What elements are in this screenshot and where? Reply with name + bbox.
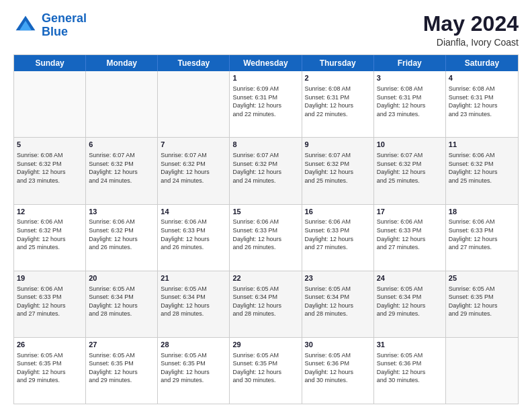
day-cell-28: 28Sunrise: 6:05 AM Sunset: 6:35 PM Dayli… — [158, 338, 230, 404]
calendar-row-0: 1Sunrise: 6:09 AM Sunset: 6:31 PM Daylig… — [14, 71, 518, 137]
day-cell-26: 26Sunrise: 6:05 AM Sunset: 6:35 PM Dayli… — [14, 338, 86, 404]
cell-info: Sunrise: 6:05 AM Sunset: 6:34 PM Dayligh… — [377, 285, 443, 318]
day-number: 5 — [17, 140, 83, 150]
cell-info: Sunrise: 6:05 AM Sunset: 6:36 PM Dayligh… — [377, 351, 443, 385]
day-number: 20 — [89, 273, 154, 283]
day-cell-29: 29Sunrise: 6:05 AM Sunset: 6:35 PM Dayli… — [230, 338, 302, 404]
cell-info: Sunrise: 6:07 AM Sunset: 6:32 PM Dayligh… — [161, 151, 226, 185]
empty-cell-4-6 — [446, 338, 518, 404]
day-number: 12 — [17, 207, 83, 217]
day-number: 1 — [232, 73, 298, 83]
day-cell-23: 23Sunrise: 6:05 AM Sunset: 6:34 PM Dayli… — [302, 271, 374, 337]
cell-info: Sunrise: 6:07 AM Sunset: 6:32 PM Dayligh… — [232, 151, 298, 185]
cell-info: Sunrise: 6:06 AM Sunset: 6:33 PM Dayligh… — [17, 285, 83, 318]
day-cell-6: 6Sunrise: 6:07 AM Sunset: 6:32 PM Daylig… — [86, 138, 158, 203]
day-cell-10: 10Sunrise: 6:07 AM Sunset: 6:32 PM Dayli… — [374, 138, 446, 203]
day-cell-27: 27Sunrise: 6:05 AM Sunset: 6:35 PM Dayli… — [86, 338, 158, 404]
day-cell-15: 15Sunrise: 6:06 AM Sunset: 6:33 PM Dayli… — [230, 205, 302, 271]
day-number: 27 — [89, 340, 154, 350]
day-number: 22 — [232, 273, 298, 283]
cell-info: Sunrise: 6:05 AM Sunset: 6:35 PM Dayligh… — [161, 351, 226, 385]
cell-info: Sunrise: 6:06 AM Sunset: 6:33 PM Dayligh… — [232, 218, 298, 251]
cell-info: Sunrise: 6:07 AM Sunset: 6:32 PM Dayligh… — [305, 151, 371, 185]
cell-info: Sunrise: 6:08 AM Sunset: 6:31 PM Dayligh… — [377, 85, 443, 118]
day-cell-19: 19Sunrise: 6:06 AM Sunset: 6:33 PM Dayli… — [14, 271, 86, 337]
cell-info: Sunrise: 6:06 AM Sunset: 6:33 PM Dayligh… — [377, 218, 443, 251]
weekday-header-thursday: Thursday — [302, 55, 374, 71]
day-number: 19 — [17, 273, 83, 283]
cell-info: Sunrise: 6:05 AM Sunset: 6:35 PM Dayligh… — [232, 351, 298, 385]
calendar: SundayMondayTuesdayWednesdayThursdayFrid… — [13, 54, 519, 404]
header: General Blue May 2024 Dianfla, Ivory Coa… — [13, 12, 519, 48]
page: General Blue May 2024 Dianfla, Ivory Coa… — [0, 0, 532, 411]
day-number: 23 — [305, 273, 371, 283]
day-cell-22: 22Sunrise: 6:05 AM Sunset: 6:34 PM Dayli… — [230, 271, 302, 337]
empty-cell-0-2 — [158, 71, 230, 137]
cell-info: Sunrise: 6:08 AM Sunset: 6:31 PM Dayligh… — [305, 85, 371, 118]
day-number: 18 — [449, 207, 515, 217]
day-cell-11: 11Sunrise: 6:06 AM Sunset: 6:32 PM Dayli… — [446, 138, 518, 203]
day-cell-21: 21Sunrise: 6:05 AM Sunset: 6:34 PM Dayli… — [158, 271, 230, 337]
logo-line2: Blue — [42, 25, 68, 38]
day-number: 16 — [305, 207, 371, 217]
logo-line1: General — [42, 11, 87, 25]
cell-info: Sunrise: 6:06 AM Sunset: 6:32 PM Dayligh… — [89, 218, 154, 251]
day-number: 30 — [305, 340, 371, 350]
day-cell-30: 30Sunrise: 6:05 AM Sunset: 6:36 PM Dayli… — [302, 338, 374, 404]
cell-info: Sunrise: 6:05 AM Sunset: 6:34 PM Dayligh… — [89, 285, 154, 318]
weekday-header-friday: Friday — [374, 55, 446, 71]
day-cell-3: 3Sunrise: 6:08 AM Sunset: 6:31 PM Daylig… — [374, 71, 446, 137]
cell-info: Sunrise: 6:06 AM Sunset: 6:32 PM Dayligh… — [17, 218, 83, 251]
cell-info: Sunrise: 6:05 AM Sunset: 6:35 PM Dayligh… — [17, 351, 83, 385]
weekday-header-monday: Monday — [86, 55, 158, 71]
cell-info: Sunrise: 6:06 AM Sunset: 6:33 PM Dayligh… — [161, 218, 226, 251]
day-cell-31: 31Sunrise: 6:05 AM Sunset: 6:36 PM Dayli… — [374, 338, 446, 404]
day-number: 28 — [161, 340, 226, 350]
day-cell-18: 18Sunrise: 6:06 AM Sunset: 6:33 PM Dayli… — [446, 205, 518, 271]
day-cell-4: 4Sunrise: 6:08 AM Sunset: 6:31 PM Daylig… — [446, 71, 518, 137]
day-number: 6 — [89, 140, 154, 150]
logo-icon — [13, 13, 38, 38]
day-number: 14 — [161, 207, 226, 217]
day-cell-7: 7Sunrise: 6:07 AM Sunset: 6:32 PM Daylig… — [158, 138, 230, 203]
logo: General Blue — [13, 12, 87, 39]
day-cell-24: 24Sunrise: 6:05 AM Sunset: 6:34 PM Dayli… — [374, 271, 446, 337]
day-number: 10 — [377, 140, 443, 150]
weekday-header-saturday: Saturday — [446, 55, 518, 71]
calendar-body: 1Sunrise: 6:09 AM Sunset: 6:31 PM Daylig… — [14, 71, 518, 404]
cell-info: Sunrise: 6:07 AM Sunset: 6:32 PM Dayligh… — [377, 151, 443, 185]
cell-info: Sunrise: 6:07 AM Sunset: 6:32 PM Dayligh… — [89, 151, 154, 185]
month-title: May 2024 — [423, 12, 519, 36]
empty-cell-0-1 — [86, 71, 158, 137]
day-number: 3 — [377, 73, 443, 83]
weekday-header-wednesday: Wednesday — [230, 55, 302, 71]
cell-info: Sunrise: 6:06 AM Sunset: 6:33 PM Dayligh… — [449, 218, 515, 251]
day-cell-17: 17Sunrise: 6:06 AM Sunset: 6:33 PM Dayli… — [374, 205, 446, 271]
day-number: 26 — [17, 340, 83, 350]
cell-info: Sunrise: 6:05 AM Sunset: 6:34 PM Dayligh… — [161, 285, 226, 318]
cell-info: Sunrise: 6:06 AM Sunset: 6:32 PM Dayligh… — [449, 151, 515, 185]
cell-info: Sunrise: 6:05 AM Sunset: 6:35 PM Dayligh… — [89, 351, 154, 385]
day-cell-8: 8Sunrise: 6:07 AM Sunset: 6:32 PM Daylig… — [230, 138, 302, 203]
cell-info: Sunrise: 6:09 AM Sunset: 6:31 PM Dayligh… — [232, 85, 298, 118]
day-number: 4 — [449, 73, 515, 83]
day-number: 8 — [232, 140, 298, 150]
day-number: 31 — [377, 340, 443, 350]
day-cell-14: 14Sunrise: 6:06 AM Sunset: 6:33 PM Dayli… — [158, 205, 230, 271]
day-number: 29 — [232, 340, 298, 350]
day-number: 7 — [161, 140, 226, 150]
cell-info: Sunrise: 6:06 AM Sunset: 6:33 PM Dayligh… — [305, 218, 371, 251]
day-number: 24 — [377, 273, 443, 283]
weekday-header-tuesday: Tuesday — [158, 55, 230, 71]
day-cell-2: 2Sunrise: 6:08 AM Sunset: 6:31 PM Daylig… — [302, 71, 374, 137]
day-cell-13: 13Sunrise: 6:06 AM Sunset: 6:32 PM Dayli… — [86, 205, 158, 271]
location: Dianfla, Ivory Coast — [423, 37, 519, 48]
day-number: 21 — [161, 273, 226, 283]
calendar-row-3: 19Sunrise: 6:06 AM Sunset: 6:33 PM Dayli… — [14, 271, 518, 337]
weekday-header-sunday: Sunday — [14, 55, 86, 71]
cell-info: Sunrise: 6:05 AM Sunset: 6:34 PM Dayligh… — [305, 285, 371, 318]
empty-cell-0-0 — [14, 71, 86, 137]
day-number: 17 — [377, 207, 443, 217]
day-cell-25: 25Sunrise: 6:05 AM Sunset: 6:35 PM Dayli… — [446, 271, 518, 337]
day-cell-16: 16Sunrise: 6:06 AM Sunset: 6:33 PM Dayli… — [302, 205, 374, 271]
